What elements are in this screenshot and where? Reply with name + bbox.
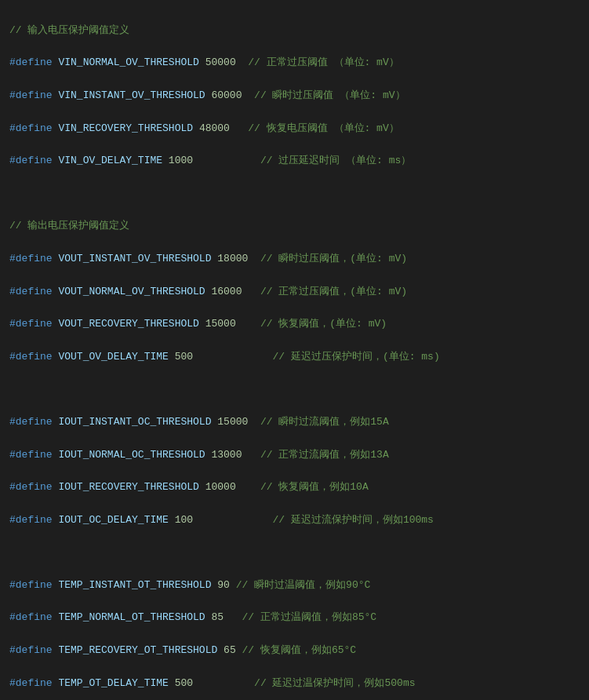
- cmt-21: // 延迟过温保护时间，例如500ms: [254, 677, 415, 689]
- macro-18: TEMP_INSTANT_OT_THRESHOLD: [58, 579, 211, 591]
- line-5: #define VIN_OV_DELAY_TIME 1000 // 过压延迟时间…: [9, 153, 580, 170]
- define-kw-18: #define: [9, 579, 53, 591]
- num-4: 48000: [199, 122, 230, 134]
- cmt-18: // 瞬时过温阈值，例如90°C: [236, 579, 371, 591]
- macro-4: VIN_RECOVERY_THRESHOLD: [58, 122, 193, 134]
- macro-9: VOUT_NORMAL_OV_THRESHOLD: [58, 286, 205, 297]
- cmt-9: // 正常过压阈值，(单位: mV): [260, 286, 407, 297]
- line-20: #define TEMP_RECOVERY_OT_THRESHOLD 65 //…: [9, 643, 580, 659]
- comment-7: // 输出电压保护阈值定义: [9, 220, 129, 232]
- define-kw-3: #define: [9, 89, 53, 101]
- line-15: #define IOUT_RECOVERY_THRESHOLD 10000 //…: [9, 479, 580, 496]
- macro-13: IOUT_INSTANT_OC_THRESHOLD: [58, 416, 211, 428]
- define-kw-5: #define: [9, 155, 53, 166]
- num-20: 65: [224, 644, 236, 656]
- line-1: // 输入电压保护阈值定义: [9, 23, 580, 39]
- code-editor: // 输入电压保护阈值定义 #define VIN_NORMAL_OV_THRE…: [0, 0, 589, 700]
- macro-10: VOUT_RECOVERY_THRESHOLD: [58, 318, 198, 330]
- cmt-11: // 延迟过压保护时间，(单位: ms): [273, 351, 440, 363]
- line-4: #define VIN_RECOVERY_THRESHOLD 48000 // …: [9, 121, 580, 137]
- line-13: #define IOUT_INSTANT_OC_THRESHOLD 15000 …: [9, 414, 580, 431]
- line-11: #define VOUT_OV_DELAY_TIME 500 // 延迟过压保护…: [9, 349, 580, 366]
- define-kw-14: #define: [9, 449, 53, 461]
- line-9: #define VOUT_NORMAL_OV_THRESHOLD 16000 /…: [9, 284, 580, 301]
- cmt-13: // 瞬时过流阈值，例如15A: [260, 416, 389, 428]
- num-21: 500: [175, 677, 193, 689]
- define-kw-2: #define: [9, 57, 53, 68]
- cmt-3: // 瞬时过压阈值 （单位: mV）: [254, 89, 405, 101]
- num-11: 500: [175, 351, 193, 363]
- line-16: #define IOUT_OC_DELAY_TIME 100 // 延迟过流保护…: [9, 512, 580, 529]
- cmt-16: // 延迟过流保护时间，例如100ms: [273, 514, 434, 526]
- line-10: #define VOUT_RECOVERY_THRESHOLD 15000 //…: [9, 316, 580, 333]
- define-kw-10: #define: [9, 318, 53, 330]
- define-kw-19: #define: [9, 611, 53, 623]
- cmt-15: // 恢复阈值，例如10A: [260, 481, 369, 493]
- num-19: 85: [211, 611, 224, 623]
- num-9: 16000: [211, 286, 242, 297]
- line-8: #define VOUT_INSTANT_OV_THRESHOLD 18000 …: [9, 251, 580, 268]
- num-8: 18000: [217, 253, 248, 264]
- macro-20: TEMP_RECOVERY_OT_THRESHOLD: [58, 644, 217, 656]
- define-kw-13: #define: [9, 416, 53, 428]
- cmt-14: // 正常过流阈值，例如13A: [260, 449, 389, 461]
- cmt-4: // 恢复电压阈值 （单位: mV）: [248, 122, 398, 134]
- num-10: 15000: [205, 318, 236, 330]
- define-kw-8: #define: [9, 253, 53, 264]
- define-kw-20: #define: [9, 644, 53, 656]
- define-kw-16: #define: [9, 514, 53, 526]
- macro-14: IOUT_NORMAL_OC_THRESHOLD: [58, 449, 205, 461]
- num-3: 60000: [211, 89, 242, 101]
- macro-2: VIN_NORMAL_OV_THRESHOLD: [58, 57, 198, 68]
- line-19: #define TEMP_NORMAL_OT_THRESHOLD 85 // 正…: [9, 610, 580, 626]
- define-kw-15: #define: [9, 481, 53, 493]
- macro-16: IOUT_OC_DELAY_TIME: [58, 514, 168, 526]
- macro-21: TEMP_OT_DELAY_TIME: [58, 677, 168, 689]
- line-2: #define VIN_NORMAL_OV_THRESHOLD 50000 //…: [9, 55, 580, 71]
- define-kw-4: #define: [9, 122, 53, 134]
- num-2: 50000: [205, 57, 236, 68]
- num-13: 15000: [217, 416, 248, 428]
- line-blank-1: [9, 186, 580, 202]
- line-3: #define VIN_INSTANT_OV_THRESHOLD 60000 /…: [9, 88, 580, 104]
- cmt-19: // 正常过温阈值，例如85°C: [242, 611, 376, 623]
- macro-19: TEMP_NORMAL_OT_THRESHOLD: [58, 611, 205, 623]
- define-kw-21: #define: [9, 677, 53, 689]
- define-kw-9: #define: [9, 286, 53, 297]
- line-14: #define IOUT_NORMAL_OC_THRESHOLD 13000 /…: [9, 447, 580, 464]
- num-15: 10000: [205, 481, 236, 493]
- num-18: 90: [217, 579, 230, 591]
- macro-15: IOUT_RECOVERY_THRESHOLD: [58, 481, 198, 493]
- comment-1: // 输入电压保护阈值定义: [9, 24, 129, 36]
- num-14: 13000: [211, 449, 242, 461]
- num-16: 100: [175, 514, 193, 526]
- cmt-8: // 瞬时过压阈值，(单位: mV): [260, 253, 407, 264]
- define-kw-11: #define: [9, 351, 53, 363]
- line-blank-2: [9, 381, 580, 398]
- line-18: #define TEMP_INSTANT_OT_THRESHOLD 90 // …: [9, 578, 580, 594]
- macro-5: VIN_OV_DELAY_TIME: [58, 155, 162, 166]
- macro-3: VIN_INSTANT_OV_THRESHOLD: [58, 89, 205, 101]
- cmt-20: // 恢复阈值，例如65°C: [242, 644, 357, 656]
- cmt-5: // 过压延迟时间 （单位: ms）: [260, 155, 411, 166]
- line-7: // 输出电压保护阈值定义: [9, 218, 580, 235]
- macro-11: VOUT_OV_DELAY_TIME: [58, 351, 168, 363]
- num-5: 1000: [169, 155, 193, 166]
- cmt-2: // 正常过压阈值 （单位: mV）: [248, 57, 398, 68]
- line-blank-3: [9, 545, 580, 561]
- line-21: #define TEMP_OT_DELAY_TIME 500 // 延迟过温保护…: [9, 676, 580, 692]
- macro-8: VOUT_INSTANT_OV_THRESHOLD: [58, 253, 211, 264]
- cmt-10: // 恢复阈值，(单位: mV): [260, 318, 387, 330]
